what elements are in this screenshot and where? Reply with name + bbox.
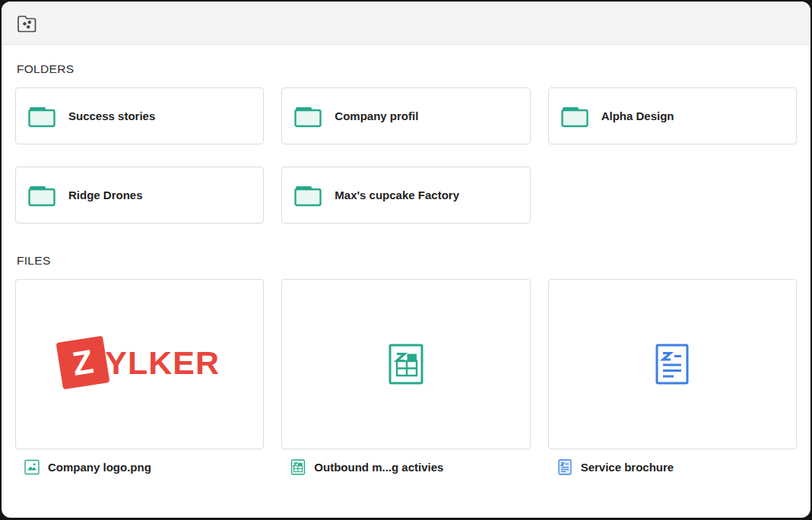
files-grid: Z YLKER Company logo.png	[15, 279, 797, 475]
folder-name: Alpha Design	[601, 109, 674, 122]
document-preview-icon	[655, 344, 689, 385]
toolbar	[2, 2, 810, 45]
file-card-document[interactable]	[548, 279, 797, 449]
folder-icon	[28, 104, 56, 128]
file-cell: Service brochure	[548, 279, 797, 475]
folder-icon	[294, 104, 322, 128]
file-name: Company logo.png	[48, 461, 151, 474]
content-area: FOLDERS Success stories Company profil	[2, 62, 810, 475]
media-folder-icon[interactable]	[17, 14, 37, 33]
file-cell: Outbound m...g activies	[281, 279, 530, 475]
folder-card[interactable]: Ridge Drones	[15, 166, 264, 224]
folder-card[interactable]: Alpha Design	[548, 87, 797, 144]
document-file-icon	[557, 459, 573, 475]
spreadsheet-preview-icon	[389, 344, 423, 385]
folder-name: Ridge Drones	[68, 189, 143, 201]
folder-icon	[28, 183, 56, 207]
folder-name: Success stories	[68, 109, 155, 122]
file-card-spreadsheet[interactable]	[281, 279, 530, 449]
zylker-logo-z: Z	[71, 344, 96, 381]
zylker-logo: Z YLKER	[59, 339, 220, 386]
folder-icon	[294, 183, 322, 207]
attachments-window: FOLDERS Success stories Company profil	[2, 2, 810, 518]
image-file-icon	[24, 459, 40, 475]
spreadsheet-file-icon	[290, 459, 306, 475]
file-name: Service brochure	[581, 461, 674, 474]
folders-grid: Success stories Company profil Alpha Des…	[15, 87, 797, 224]
files-heading: FILES	[17, 254, 797, 268]
zylker-logo-square: Z	[56, 336, 110, 390]
folder-card[interactable]: Company profil	[281, 87, 530, 144]
folder-card[interactable]: Success stories	[15, 87, 264, 144]
file-cell: Z YLKER Company logo.png	[15, 279, 264, 475]
folders-heading: FOLDERS	[17, 62, 797, 76]
file-label[interactable]: Company logo.png	[15, 459, 264, 475]
file-label[interactable]: Service brochure	[548, 459, 797, 475]
folder-icon	[561, 104, 588, 128]
zylker-logo-text: YLKER	[105, 347, 220, 379]
file-card-image[interactable]: Z YLKER	[15, 279, 264, 449]
folder-name: Company profil	[335, 109, 418, 122]
folder-name: Max's cupcake Factory	[335, 189, 459, 201]
file-name: Outbound m...g activies	[314, 461, 443, 474]
file-label[interactable]: Outbound m...g activies	[281, 459, 530, 475]
folder-card[interactable]: Max's cupcake Factory	[281, 166, 530, 224]
